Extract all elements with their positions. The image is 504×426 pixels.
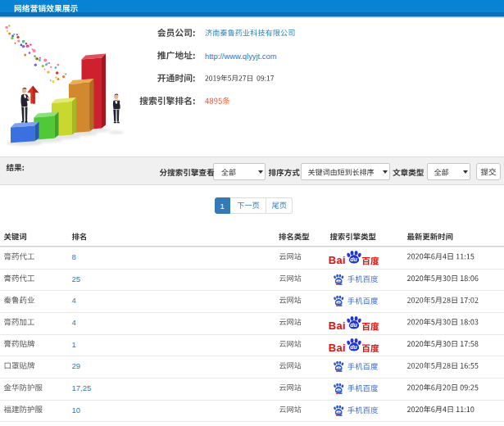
- svg-text:Bai: Bai: [329, 342, 346, 352]
- svg-text:du: du: [337, 388, 342, 392]
- svg-text:du: du: [337, 279, 342, 283]
- svg-text:du: du: [350, 257, 357, 263]
- svg-text:Bai: Bai: [329, 320, 346, 330]
- svg-text:du: du: [337, 410, 342, 414]
- svg-text:Bai: Bai: [329, 254, 346, 265]
- svg-text:du: du: [337, 366, 342, 370]
- svg-text:du: du: [350, 323, 357, 329]
- svg-text:du: du: [350, 344, 357, 350]
- svg-text:du: du: [337, 301, 342, 305]
